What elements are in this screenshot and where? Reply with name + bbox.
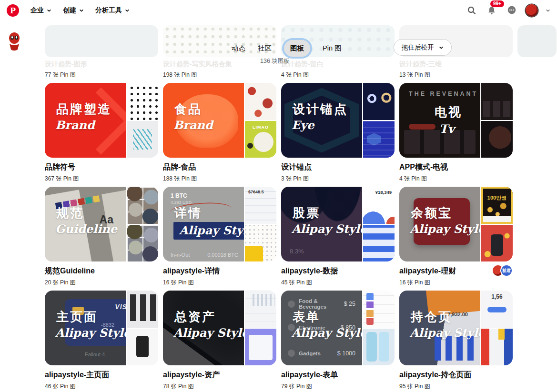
- cover-note: 1 BTC: [171, 192, 187, 199]
- board-card[interactable]: 股票 Alipay Style 8.3% ¥18,349 alipaystyle…: [281, 187, 395, 287]
- board-cover[interactable]: VISA -8832 主页面 Alipay Style Fallout 4: [45, 291, 126, 365]
- board-title[interactable]: alipaystyle-理财: [399, 266, 456, 276]
- cover-title-en: Alipay Style: [410, 326, 480, 340]
- board-cover[interactable]: 设计锚点 Eye: [281, 83, 362, 158]
- board-card[interactable]: THE REVENANT 电视 Tv APP模式-电视 4 张 Pin 图: [399, 83, 513, 183]
- cover-thumbnail: [127, 187, 158, 224]
- tab-boards[interactable]: 图板: [284, 40, 310, 57]
- board-cover[interactable]: Food & Beverages$ 25 Electronic$ 850 Gad…: [281, 291, 362, 365]
- collaborator-avatars[interactable]: 祉君: [492, 264, 513, 277]
- cover-title-zh: 主页面: [56, 309, 98, 325]
- board-title[interactable]: alipaystyle-主页面: [45, 370, 109, 380]
- tab-activity[interactable]: 动态: [232, 44, 245, 53]
- board-title[interactable]: 设计趋势-三维: [399, 60, 513, 69]
- cover-title-zh: 股票: [293, 205, 320, 221]
- board-cover[interactable]: [45, 25, 158, 57]
- board-title[interactable]: 设计趋势-图形: [45, 60, 158, 69]
- cover-thumbnail: [127, 291, 158, 328]
- pinterest-logo[interactable]: P: [7, 4, 19, 17]
- board-cover[interactable]: 7,932.00 持仓页 Alipay Style: [399, 291, 480, 365]
- tab-community[interactable]: 社区: [258, 44, 272, 53]
- board-card[interactable]: 设计趋势-图形 77 张 Pin 图: [45, 25, 158, 79]
- cover-thumbnail: [481, 83, 513, 120]
- board-title[interactable]: 设计锚点: [281, 162, 312, 172]
- board-cover[interactable]: THE REVENANT 电视 Tv: [399, 83, 480, 158]
- board-row: VISA -8832 主页面 Alipay Style Fallout 4 al…: [45, 291, 513, 391]
- board-pin-count: 78 张 Pin 图: [163, 382, 276, 391]
- search-button[interactable]: [466, 4, 478, 17]
- cover-title-zh: 表单: [293, 309, 320, 325]
- nav-create-menu[interactable]: 创建: [63, 6, 84, 15]
- cover-thumbnail: [245, 329, 276, 366]
- board-pin-count: 198 张 Pin 图: [163, 71, 276, 79]
- cover-note-sub: 4,293 USD: [171, 200, 192, 205]
- board-pin-count: 16 张 Pin 图: [163, 279, 276, 287]
- notifications-button[interactable]: 99+: [486, 4, 498, 17]
- board-card[interactable]: 7,932.00 持仓页 Alipay Style 1,56 alipaysty…: [399, 291, 513, 391]
- board-cover[interactable]: 食品 Brand: [163, 83, 244, 158]
- board-cover[interactable]: [517, 25, 557, 57]
- cover-thumbnail: 1,56: [481, 291, 513, 328]
- cover-thumbnail: [481, 121, 513, 158]
- board-title[interactable]: 设计趋势-写实风格合集: [163, 60, 276, 69]
- board-title[interactable]: APP模式-电视: [399, 162, 448, 172]
- cover-thumbnail: [481, 329, 513, 366]
- board-card[interactable]: Food & Beverages$ 25 Electronic$ 850 Gad…: [281, 291, 395, 391]
- board-card[interactable]: 1 BTC 4,293 USD 详情 Alipay Style In-n-Out…: [163, 187, 276, 287]
- board-title[interactable]: alipaystyle-数据: [281, 266, 338, 276]
- board-title[interactable]: 设计趋势-留白: [281, 60, 395, 69]
- nav-analytics-menu[interactable]: 分析工具: [95, 6, 130, 15]
- user-avatar[interactable]: [526, 4, 538, 17]
- board-title[interactable]: 规范Guideline: [45, 266, 95, 276]
- board-pin-count: 79 张 Pin 图: [281, 382, 395, 391]
- board-card[interactable]: 总资产 Alipay Style alipaystyle-资产 78 张 Pin…: [163, 291, 276, 391]
- top-nav-bar: P 企业 创建 分析工具 99+: [0, 0, 557, 21]
- board-card[interactable]: 设计锚点 Eye 设计锚点 3 张 Pin 图: [281, 83, 395, 183]
- board-card[interactable]: VISA -8832 主页面 Alipay Style Fallout 4 al…: [45, 291, 158, 391]
- board-card[interactable]: Aa 规范 Guideline 规范Guideline 20 张 Pin 图: [45, 187, 158, 287]
- board-card-partial[interactable]: [517, 25, 557, 79]
- board-pin-count: 3 张 Pin 图: [281, 175, 395, 183]
- board-card[interactable]: 品牌塑造 Brand 品牌符号 367 张 Pin 图: [45, 83, 158, 183]
- board-cover[interactable]: 品牌塑造 Brand: [45, 83, 126, 158]
- board-title[interactable]: alipaystyle-资产: [163, 370, 220, 380]
- board-title[interactable]: alipaystyle-详情: [163, 266, 220, 276]
- board-row: 品牌塑造 Brand 品牌符号 367 张 Pin 图 食品 Brand LIM…: [45, 83, 513, 183]
- cover-title-zh: 余额宝: [411, 205, 452, 221]
- list-row-value: $ 1000: [337, 350, 355, 357]
- cover-title-en: Tv: [439, 122, 455, 136]
- cover-title-zh: 持仓页: [411, 309, 452, 325]
- board-title[interactable]: 品牌-食品: [163, 162, 196, 172]
- board-cover[interactable]: 余额宝 Alipay Style: [399, 187, 480, 261]
- cover-thumbnail: [127, 83, 158, 120]
- nav-business-menu[interactable]: 企业: [30, 6, 51, 15]
- board-cover[interactable]: 总资产 Alipay Style: [163, 291, 244, 365]
- board-cover[interactable]: 1 BTC 4,293 USD 详情 Alipay Style In-n-Out…: [163, 187, 244, 261]
- board-pin-count: 16 张 Pin 图: [399, 279, 513, 287]
- board-cover[interactable]: 股票 Alipay Style 8.3%: [281, 187, 362, 261]
- cover-thumbnail: $7648.5: [245, 187, 276, 224]
- cover-thumbnail: ¥18,349: [363, 187, 395, 224]
- messages-button[interactable]: [506, 4, 518, 17]
- cover-thumbnail: [363, 329, 395, 366]
- cover-title-en: Alipay Style: [292, 326, 362, 340]
- board-cover[interactable]: Aa 规范 Guideline: [45, 187, 126, 261]
- cover-title-zh: 品牌塑造: [56, 101, 111, 118]
- board-card[interactable]: 余额宝 Alipay Style 100만잼 alipaystyle-理财 祉君…: [399, 187, 513, 287]
- thumb-label: LIMÃO: [245, 125, 276, 130]
- board-title[interactable]: 品牌符号: [45, 162, 75, 172]
- tab-pins[interactable]: Pin 图: [323, 44, 342, 53]
- thumb-label: ¥18,349: [375, 190, 392, 195]
- sort-dropdown-label: 拖住后松开: [402, 43, 434, 52]
- cover-thumbnail: [481, 225, 513, 262]
- board-title[interactable]: alipaystyle-持仓页面: [399, 370, 471, 380]
- board-title[interactable]: alipaystyle-表单: [281, 370, 338, 380]
- sort-dropdown-button[interactable]: 拖住后松开: [394, 39, 452, 56]
- board-pin-count: 45 张 Pin 图: [281, 279, 395, 287]
- collaborator-avatar[interactable]: 祉君: [500, 264, 513, 277]
- account-chevron-down-icon[interactable]: [546, 8, 550, 13]
- board-card[interactable]: 食品 Brand LIMÃO 品牌-食品 188 张 Pin 图: [163, 83, 276, 183]
- list-row-value: $ 25: [344, 301, 355, 307]
- chevron-down-icon: [439, 45, 444, 50]
- cover-title-en: Guideline: [55, 222, 117, 236]
